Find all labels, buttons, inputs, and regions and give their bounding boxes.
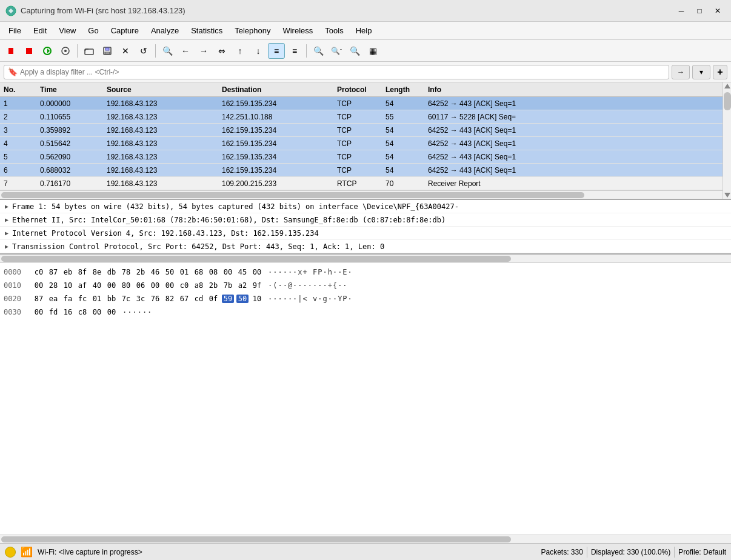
hex-byte[interactable]: fd (47, 308, 59, 316)
hex-byte[interactable]: 00 (251, 268, 263, 276)
toolbar-back-btn[interactable]: ← (177, 43, 194, 59)
hex-byte[interactable]: 80 (120, 281, 132, 290)
maximize-button[interactable]: □ (691, 4, 708, 18)
toolbar-next-btn[interactable]: ↓ (250, 43, 267, 59)
hex-byte[interactable]: 45 (236, 268, 249, 276)
menu-item-edit[interactable]: Edit (27, 24, 53, 38)
hex-byte[interactable]: 00 (222, 268, 234, 276)
hex-byte[interactable]: 00 (33, 281, 45, 290)
toolbar-reload-btn[interactable]: ↺ (135, 43, 152, 59)
hex-byte[interactable]: 82 (164, 295, 176, 303)
hex-byte[interactable]: 00 (105, 308, 118, 316)
hex-byte[interactable]: 28 (47, 281, 59, 290)
detail-row[interactable]: ▶Transmission Control Protocol, Src Port… (0, 240, 731, 253)
hex-byte[interactable]: 87 (47, 268, 59, 276)
menu-item-file[interactable]: File (2, 24, 27, 38)
hex-byte[interactable]: af (76, 281, 88, 290)
hex-byte[interactable]: 76 (149, 295, 161, 303)
hex-byte[interactable]: ea (47, 295, 59, 303)
toolbar-start-btn[interactable] (2, 43, 19, 59)
hex-byte[interactable]: 50 (164, 268, 176, 276)
hex-byte[interactable]: 8f (76, 268, 88, 276)
hex-byte[interactable]: 2b (207, 281, 219, 290)
hex-byte[interactable]: 8e (91, 268, 103, 276)
hex-byte[interactable]: 10 (251, 295, 263, 303)
hex-byte[interactable]: 87 (33, 295, 45, 303)
toolbar-restart-btn[interactable] (39, 43, 56, 59)
hex-byte[interactable]: c0 (33, 268, 45, 276)
packet-vscrollbar[interactable] (723, 82, 731, 199)
hex-byte[interactable]: 00 (105, 281, 118, 290)
toolbar-close-btn[interactable]: ✕ (117, 43, 134, 59)
hex-byte[interactable]: 50 (236, 295, 249, 303)
menu-item-analyze[interactable]: Analyze (145, 24, 185, 38)
table-row[interactable]: 2 0.110655 192.168.43.123 142.251.10.188… (0, 110, 731, 124)
toolbar-colorize-btn[interactable]: ≡ (268, 43, 285, 59)
hex-byte[interactable]: 67 (178, 295, 190, 303)
toolbar-goto-btn[interactable]: ⇔ (213, 43, 230, 59)
hex-byte[interactable]: bb (105, 295, 118, 303)
hex-byte[interactable]: 00 (164, 281, 176, 290)
toolbar-zoom-in-btn[interactable]: 🔍 (310, 43, 327, 59)
menu-item-go[interactable]: Go (82, 24, 104, 38)
hex-byte[interactable]: 0f (207, 295, 219, 303)
hex-byte[interactable]: 08 (207, 268, 219, 276)
minimize-button[interactable]: ─ (673, 4, 690, 18)
hex-byte[interactable]: db (105, 268, 118, 276)
toolbar-save-btn[interactable] (99, 43, 116, 59)
hex-byte[interactable]: 16 (62, 308, 74, 316)
table-row[interactable]: 5 0.562090 192.168.43.123 162.159.135.23… (0, 150, 731, 164)
menu-item-help[interactable]: Help (350, 24, 378, 38)
hex-byte[interactable]: a2 (236, 281, 249, 290)
close-button[interactable]: ✕ (709, 4, 726, 18)
hex-byte[interactable]: 46 (149, 268, 161, 276)
detail-row[interactable]: ▶Ethernet II, Src: IntelCor_50:01:68 (78… (0, 213, 731, 227)
table-row[interactable]: 1 0.000000 192.168.43.123 162.159.135.23… (0, 97, 731, 110)
toolbar-options-btn[interactable] (57, 43, 74, 59)
toolbar-forward-btn[interactable]: → (195, 43, 212, 59)
hex-byte[interactable]: c8 (76, 308, 88, 316)
hex-byte[interactable]: cd (193, 295, 205, 303)
table-row[interactable]: 3 0.359892 192.168.43.123 162.159.135.23… (0, 124, 731, 137)
toolbar-zoom-out-btn[interactable]: 🔍- (328, 43, 345, 59)
middle-scrollbar[interactable] (0, 255, 731, 263)
filter-add-button[interactable]: + (713, 65, 727, 79)
hex-byte[interactable]: 00 (33, 308, 45, 316)
table-row[interactable]: 7 0.716170 192.168.43.123 109.200.215.23… (0, 177, 731, 190)
filter-dropdown-button[interactable]: ▾ (692, 65, 710, 79)
packet-scroll[interactable]: 1 0.000000 192.168.43.123 162.159.135.23… (0, 97, 731, 190)
menu-item-capture[interactable]: Capture (105, 24, 145, 38)
bottom-scrollbar[interactable] (0, 535, 731, 543)
toolbar-open-btn[interactable] (81, 43, 98, 59)
detail-row[interactable]: ▶Frame 1: 54 bytes on wire (432 bits), 5… (0, 200, 731, 213)
toolbar-prev-btn[interactable]: ↑ (232, 43, 249, 59)
menu-item-telephony[interactable]: Telephony (229, 24, 276, 38)
hex-byte[interactable]: 7c (120, 295, 132, 303)
menu-item-statistics[interactable]: Statistics (185, 24, 229, 38)
hex-byte[interactable]: 40 (91, 281, 103, 290)
toolbar-autocolor-btn[interactable]: ≡ (286, 43, 303, 59)
toolbar-find-btn[interactable]: 🔍 (159, 43, 176, 59)
toolbar-zoom-normal-btn[interactable]: 🔍 (346, 43, 363, 59)
menu-item-tools[interactable]: Tools (319, 24, 349, 38)
hex-byte[interactable]: c0 (178, 281, 190, 290)
hex-byte[interactable]: fc (76, 295, 88, 303)
hex-byte[interactable]: 00 (149, 281, 161, 290)
hex-byte[interactable]: 7b (222, 281, 234, 290)
table-row[interactable]: 6 0.688032 192.168.43.123 162.159.135.23… (0, 164, 731, 177)
hex-byte[interactable]: fa (62, 295, 74, 303)
hex-byte[interactable]: 3c (135, 295, 147, 303)
hex-byte[interactable]: eb (62, 268, 74, 276)
menu-item-wireless[interactable]: Wireless (276, 24, 319, 38)
hex-byte[interactable]: 01 (178, 268, 190, 276)
toolbar-stop-btn[interactable] (21, 43, 38, 59)
toolbar-resize-btn[interactable]: ▦ (364, 43, 381, 59)
menu-item-view[interactable]: View (53, 24, 82, 38)
hex-byte[interactable]: 10 (62, 281, 74, 290)
hex-byte[interactable]: 59 (222, 295, 234, 303)
hex-byte[interactable]: 78 (120, 268, 132, 276)
hex-byte[interactable]: 01 (91, 295, 103, 303)
hex-byte[interactable]: 00 (91, 308, 103, 316)
hex-byte[interactable]: a8 (193, 281, 205, 290)
hex-byte[interactable]: 9f (251, 281, 263, 290)
